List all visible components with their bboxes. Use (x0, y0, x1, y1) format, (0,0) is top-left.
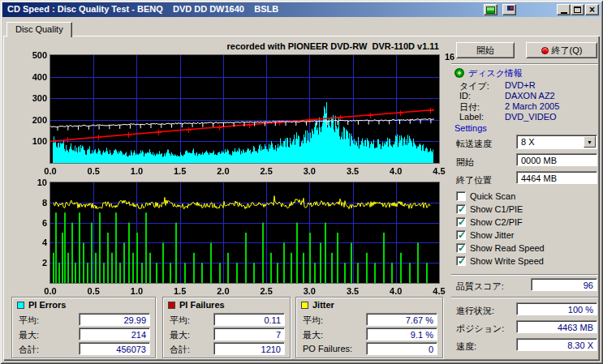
start-position-label: 開始 (456, 156, 474, 169)
disc-date-value: 2 March 2005 (505, 101, 559, 111)
maximize-icon (574, 6, 581, 13)
tick-label: 2.0 (213, 166, 234, 176)
minimize-icon (561, 12, 567, 14)
max-label: 最大: (303, 329, 323, 341)
max-label: 最大: (19, 329, 39, 341)
end-position-label: 終了位置 (456, 174, 492, 186)
maximize-button[interactable] (571, 4, 584, 15)
disc-label-value: DVD_VIDEO (505, 112, 557, 122)
tick-label: 500 (23, 50, 47, 60)
legend-title: Jitter (312, 300, 334, 310)
chevron-down-icon[interactable]: ▼ (584, 136, 596, 148)
avg-label: 平均: (19, 315, 39, 327)
tick-label: 0.5 (83, 286, 104, 296)
tick-label: 3.0 (299, 286, 320, 296)
total-label: 合計: (170, 344, 190, 356)
total-label: 合計: (19, 344, 39, 356)
pi-failures-average: 0.11 (213, 313, 285, 326)
disc-label-label: Label: (459, 112, 484, 122)
disc-type-value: DVD+R (505, 80, 536, 90)
exit-button-label: 終了(Q) (552, 45, 583, 57)
legend-pi-errors-header: PI Errors (17, 300, 66, 310)
legend-jitter-header: Jitter (301, 300, 334, 310)
exit-icon (541, 47, 549, 54)
checkbox[interactable]: ✓ (456, 204, 466, 214)
jitter-max: 9.1 % (366, 328, 437, 340)
separator (451, 297, 598, 298)
separator (451, 63, 598, 65)
max-label: 最大: (170, 329, 190, 341)
start-position-field[interactable]: 0000 MB (516, 153, 597, 166)
position-value: 4463 MB (516, 320, 597, 333)
po-failures-label: PO Failures: (303, 344, 352, 353)
tick-label: 200 (23, 115, 47, 125)
checkbox[interactable]: ✓ (456, 256, 466, 266)
jitter-pif-chart (50, 182, 439, 283)
tick-label: 4.0 (385, 166, 407, 176)
legend-jitter: Jitter 平均: 7.67 % 最大: 9.1 % PO Failures:… (295, 297, 443, 358)
tick-label: 3.5 (342, 166, 364, 176)
checkbox[interactable]: ✓ (456, 191, 466, 201)
legend-pi-failures-header: PI Failures (168, 300, 225, 310)
tick-label: 2.0 (213, 286, 234, 296)
po-failures-value: 0 (366, 342, 437, 355)
checkbox[interactable]: ✓ (456, 243, 466, 253)
check-icon: ✓ (458, 203, 466, 215)
window-title: CD Speed : Disc Quality Test - BENQ DVD … (7, 4, 278, 14)
tick-label: 2.5 (256, 166, 277, 176)
checkbox[interactable]: ✓ (456, 217, 466, 227)
recorded-with-label: recorded with PIONEER DVD-RW DVR-110D v1… (162, 41, 439, 51)
checkbox-label: Show C2/PIF (470, 217, 523, 227)
speed-select-value: 8 X (521, 137, 535, 147)
settings-header: Settings (454, 123, 487, 133)
quality-score-value: 96 (531, 278, 597, 291)
floppy-icon (506, 6, 514, 14)
start-button[interactable]: 開始 (456, 42, 515, 58)
quality-score-label: 品質スコア: (456, 280, 504, 293)
avg-label: 平均: (303, 315, 323, 327)
progress-label: 進行状況: (456, 305, 494, 317)
tick-label: 10 (23, 178, 47, 187)
legend-pi-errors: PI Errors 平均: 29.99 最大: 214 合計: 456073 (11, 297, 156, 358)
start-button-label: 開始 (476, 45, 494, 57)
checkbox[interactable]: ✓ (456, 230, 466, 240)
titlebar[interactable]: CD Speed : Disc Quality Test - BENQ DVD … (2, 2, 601, 17)
jitter-swatch (301, 302, 308, 309)
legend-title: PI Errors (28, 300, 66, 310)
pi-errors-speed-chart (50, 55, 439, 163)
pi-errors-average: 29.99 (79, 313, 150, 326)
disc-id-label: ID: (459, 91, 471, 101)
close-button[interactable]: × (585, 4, 599, 15)
screenshot-button[interactable] (484, 4, 497, 15)
check-icon: ✓ (458, 216, 466, 228)
tick-label: 2 (23, 258, 47, 268)
jitter-average: 7.67 % (366, 313, 437, 326)
pi-failures-max: 7 (213, 328, 285, 340)
speed-value: 8.30 X (516, 338, 597, 351)
close-icon: × (589, 6, 595, 14)
checkbox-label: Quick Scan (470, 191, 515, 201)
tick-label: 1.5 (170, 286, 191, 296)
tick-label: 400 (23, 72, 47, 82)
tick-label: 100 (23, 136, 47, 146)
end-position-field[interactable]: 4464 MB (516, 171, 597, 184)
save-button[interactable] (502, 4, 516, 15)
tick-label: 300 (23, 93, 47, 103)
tab-disc-quality[interactable]: Disc Quality (6, 22, 72, 37)
minimize-button[interactable] (557, 4, 571, 15)
tick-label: 0.0 (40, 286, 61, 296)
tick-label: 4.5 (429, 286, 450, 296)
pi-errors-total: 456073 (79, 342, 150, 355)
exit-button[interactable]: 終了(Q) (526, 42, 597, 58)
tick-label: 8 (23, 198, 47, 208)
speed-label: 速度: (456, 340, 476, 353)
speed-select[interactable]: 8 X ▼ (516, 135, 597, 149)
tick-label: 0.0 (40, 166, 61, 176)
check-icon: ✓ (458, 242, 466, 254)
checkbox-label: Show Jitter (470, 230, 514, 240)
check-icon: ✓ (458, 255, 466, 267)
check-icon: ✓ (458, 229, 466, 241)
position-label: ポジション: (456, 323, 504, 335)
separator (451, 274, 598, 276)
tick-label: 4.5 (429, 166, 450, 176)
